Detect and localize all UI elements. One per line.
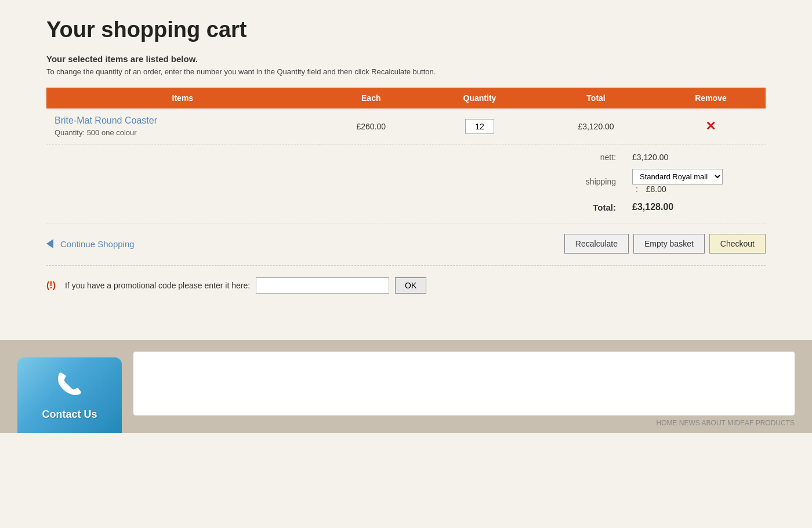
col-header-items: Items bbox=[46, 88, 319, 109]
total-row: Total: £3,128.00 bbox=[46, 197, 766, 217]
subtitle: Your selected items are listed below. bbox=[46, 54, 766, 64]
shipping-value: £8.00 bbox=[646, 185, 666, 194]
nett-value: £3,120.00 bbox=[624, 149, 731, 165]
total-value: £3,128.00 bbox=[624, 197, 731, 217]
empty-basket-button[interactable]: Empty basket bbox=[633, 234, 705, 254]
shipping-row: shipping Standard Royal mail Express del… bbox=[46, 165, 766, 197]
shipping-select-cell: Standard Royal mail Express delivery Nex… bbox=[624, 165, 731, 197]
col-header-total: Total bbox=[536, 88, 656, 109]
product-qty-cell bbox=[423, 109, 536, 144]
table-row: Brite-Mat Round Coaster Quantity: 500 on… bbox=[46, 109, 766, 144]
product-cell: Brite-Mat Round Coaster Quantity: 500 on… bbox=[46, 109, 319, 144]
promo-code-input[interactable] bbox=[256, 277, 389, 294]
col-header-each: Each bbox=[319, 88, 423, 109]
shipping-select[interactable]: Standard Royal mail Express delivery Nex… bbox=[632, 169, 723, 185]
product-total: £3,120.00 bbox=[536, 109, 656, 144]
action-buttons-group: Recalculate Empty basket Checkout bbox=[564, 234, 766, 254]
shipping-colon: : bbox=[636, 185, 638, 194]
product-description: Quantity: 500 one colour bbox=[55, 128, 311, 137]
total-label: Total: bbox=[478, 197, 624, 217]
summary-table: nett: £3,120.00 shipping Standard Royal … bbox=[46, 149, 766, 217]
col-header-quantity: Quantity bbox=[423, 88, 536, 109]
checkout-button[interactable]: Checkout bbox=[709, 234, 766, 254]
promo-ok-button[interactable]: OK bbox=[395, 277, 426, 294]
nett-row: nett: £3,120.00 bbox=[46, 149, 766, 165]
col-header-remove: Remove bbox=[656, 88, 766, 109]
product-price: £260.00 bbox=[319, 109, 423, 144]
footer-nav: HOME NEWS ABOUT MIDEAF PRODUCTS bbox=[657, 419, 795, 427]
back-arrow-icon bbox=[46, 239, 53, 248]
footer-area: Contact Us HOME NEWS ABOUT MIDEAF PRODUC… bbox=[0, 340, 812, 433]
continue-shopping-label: Continue Shopping bbox=[60, 239, 135, 249]
contact-us-label: Contact Us bbox=[42, 408, 97, 421]
footer-content-box bbox=[133, 352, 795, 415]
continue-shopping-link[interactable]: Continue Shopping bbox=[46, 239, 135, 249]
promo-label: If you have a promotional code please en… bbox=[65, 281, 250, 290]
page-title: Your shopping cart bbox=[46, 17, 766, 42]
remove-button[interactable]: ✕ bbox=[705, 119, 716, 134]
remove-cell: ✕ bbox=[656, 109, 766, 144]
nett-label: nett: bbox=[478, 149, 624, 165]
shipping-label: shipping bbox=[478, 165, 624, 197]
contact-us-badge[interactable]: Contact Us bbox=[17, 357, 122, 433]
promo-section: (!) If you have a promotional code pleas… bbox=[46, 265, 766, 299]
description-text: To change the quantity of an order, ente… bbox=[46, 67, 766, 76]
quantity-input[interactable] bbox=[465, 119, 494, 134]
actions-row: Continue Shopping Recalculate Empty bask… bbox=[46, 223, 766, 259]
cart-table: Items Each Quantity Total Remove Brite-M… bbox=[46, 88, 766, 144]
promo-icon: (!) bbox=[46, 280, 56, 291]
recalculate-button[interactable]: Recalculate bbox=[564, 234, 629, 254]
phone-icon bbox=[55, 370, 84, 404]
product-link[interactable]: Brite-Mat Round Coaster bbox=[55, 115, 157, 125]
